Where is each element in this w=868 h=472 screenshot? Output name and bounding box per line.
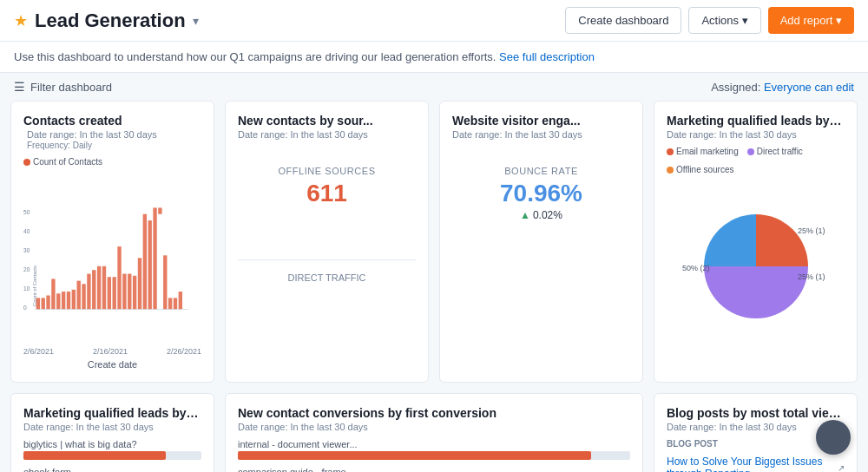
header: ★ Lead Generation ▾ Create dashboard Act… xyxy=(0,0,868,42)
svg-rect-27 xyxy=(138,258,141,309)
header-left: ★ Lead Generation ▾ xyxy=(14,10,199,32)
legend-direct: Direct traffic xyxy=(747,147,803,156)
svg-rect-33 xyxy=(168,298,172,309)
svg-rect-11 xyxy=(56,293,60,309)
website-visitor-date: Date range: In the last 30 days xyxy=(452,129,630,140)
assigned-section: Assigned: Everyone can edit xyxy=(711,81,854,94)
chevron-down-icon[interactable]: ▾ xyxy=(193,14,199,28)
svg-rect-12 xyxy=(62,292,65,310)
svg-rect-25 xyxy=(128,274,131,310)
contacts-created-title: Contacts created xyxy=(23,114,201,128)
contacts-chart-svg: 0 10 20 30 40 50 Count of Contacts xyxy=(23,172,201,345)
new-contact-conversions-card: New contact conversions by first convers… xyxy=(225,393,643,472)
new-contact-conv-title: New contact conversions by first convers… xyxy=(238,406,630,420)
create-dashboard-button[interactable]: Create dashboard xyxy=(565,7,681,34)
dashboard-row-1: Contacts created Date range: In the last… xyxy=(0,101,868,383)
header-actions: Create dashboard Actions ▾ Add report ▾ xyxy=(565,7,854,34)
svg-text:25% (1): 25% (1) xyxy=(798,272,825,281)
legend-dot-offline xyxy=(667,167,674,174)
add-report-button[interactable]: Add report ▾ xyxy=(768,7,854,34)
svg-text:20: 20 xyxy=(23,266,30,272)
mql-source-date: Date range: In the last 30 days xyxy=(667,129,845,140)
svg-rect-34 xyxy=(174,298,177,309)
legend-dot-contacts xyxy=(23,159,30,166)
mql-conversion-date: Date range: In the last 30 days xyxy=(23,422,201,432)
svg-rect-19 xyxy=(97,266,101,310)
assigned-value[interactable]: Everyone can edit xyxy=(764,81,854,94)
svg-rect-29 xyxy=(148,220,152,309)
page-title: Lead Generation xyxy=(35,10,186,32)
svg-rect-26 xyxy=(133,276,136,310)
svg-rect-16 xyxy=(82,284,85,309)
help-button[interactable] xyxy=(816,420,851,455)
svg-rect-14 xyxy=(72,290,76,310)
website-bounce-label: BOUNCE RATE xyxy=(452,166,630,176)
legend-dot-direct xyxy=(747,148,754,155)
create-date-button[interactable]: Create date xyxy=(23,359,201,370)
svg-text:30: 30 xyxy=(23,247,30,253)
new-contacts-by-source-card: New contacts by sour... Date range: In t… xyxy=(225,101,429,383)
mql-conversion-card: Marketing qualified leads by first conve… xyxy=(10,393,214,472)
conv-bar-2: comparison guide - frame... xyxy=(238,467,630,472)
website-visitor-card: Website visitor enga... Date range: In t… xyxy=(439,101,643,383)
blog-posts-title: Blog posts by most total views xyxy=(667,406,845,420)
svg-rect-22 xyxy=(113,277,116,309)
assigned-label: Assigned: xyxy=(711,81,760,94)
mql-bar-fill-1 xyxy=(23,451,166,460)
svg-rect-10 xyxy=(51,279,55,309)
mql-pie-chart: 25% (1) 25% (1) 50% (2) xyxy=(667,180,845,353)
blog-post-item-1[interactable]: How to Solve Your Biggest Issues through… xyxy=(667,456,845,472)
contacts-created-card: Contacts created Date range: In the last… xyxy=(10,101,214,383)
external-link-icon-1: ↗ xyxy=(838,463,845,473)
svg-rect-15 xyxy=(77,281,81,310)
conv-bar-1: internal - document viewer... xyxy=(238,439,630,460)
legend-dot-email xyxy=(667,148,674,155)
svg-rect-23 xyxy=(117,246,121,309)
mql-bar-1: biglytics | what is big data? xyxy=(23,439,201,460)
svg-text:0: 0 xyxy=(23,305,27,311)
website-bounce-change: ▲ 0.02% xyxy=(452,209,630,221)
svg-text:50: 50 xyxy=(23,209,30,215)
filter-dashboard-button[interactable]: ☰ Filter dashboard xyxy=(14,80,112,94)
legend-email: Email marketing xyxy=(667,147,739,156)
new-contact-conv-date: Date range: In the last 30 days xyxy=(238,422,630,432)
new-contacts-metric-label: OFFLINE SOURCES xyxy=(238,166,416,176)
svg-rect-18 xyxy=(92,270,95,309)
actions-button[interactable]: Actions ▾ xyxy=(688,7,760,34)
website-bounce-value: 70.96% xyxy=(452,180,630,207)
svg-rect-35 xyxy=(179,292,182,310)
conv-bar-fill-1 xyxy=(238,451,591,460)
subheader: Use this dashboard to understand how our… xyxy=(0,42,868,73)
svg-rect-32 xyxy=(163,255,167,309)
website-visitor-title: Website visitor enga... xyxy=(452,114,630,128)
mql-legend: Email marketing Direct traffic Offline s… xyxy=(667,147,845,174)
chart-dates: 2/6/2021 2/16/2021 2/26/2021 xyxy=(23,347,201,356)
svg-rect-20 xyxy=(102,266,106,310)
mql-conversion-bars: biglytics | what is big data? ebook form… xyxy=(23,439,201,472)
legend-offline: Offline sources xyxy=(667,165,734,174)
full-description-link[interactable]: See full description xyxy=(499,50,595,63)
new-contact-conv-bars: internal - document viewer... comparison… xyxy=(238,439,630,472)
svg-text:40: 40 xyxy=(23,228,30,234)
mql-source-title: Marketing qualified leads by original so… xyxy=(667,114,845,128)
svg-rect-21 xyxy=(108,277,111,309)
svg-text:25% (1): 25% (1) xyxy=(798,226,825,235)
contacts-bar-chart: 0 10 20 30 40 50 Count of Contacts xyxy=(23,172,201,345)
svg-rect-7 xyxy=(36,298,40,309)
pie-chart-svg: 25% (1) 25% (1) 50% (2) xyxy=(669,197,843,336)
filter-label: Filter dashboard xyxy=(30,81,112,94)
svg-rect-28 xyxy=(143,214,147,310)
svg-rect-30 xyxy=(153,207,156,309)
svg-rect-9 xyxy=(46,295,49,309)
new-contacts-section-label: DIRECT TRAFFIC xyxy=(238,272,416,283)
new-contacts-date: Date range: In the last 30 days xyxy=(238,129,416,140)
mql-conversion-title: Marketing qualified leads by first conve… xyxy=(23,406,201,420)
mql-source-card: Marketing qualified leads by original so… xyxy=(654,101,858,383)
new-contacts-metric-value: 611 xyxy=(238,180,416,207)
svg-text:50% (2): 50% (2) xyxy=(682,264,710,272)
svg-rect-31 xyxy=(158,207,161,213)
filter-bar: ☰ Filter dashboard Assigned: Everyone ca… xyxy=(0,73,868,101)
svg-text:10: 10 xyxy=(23,285,30,292)
svg-rect-13 xyxy=(67,292,70,310)
filter-icon: ☰ xyxy=(14,80,25,94)
